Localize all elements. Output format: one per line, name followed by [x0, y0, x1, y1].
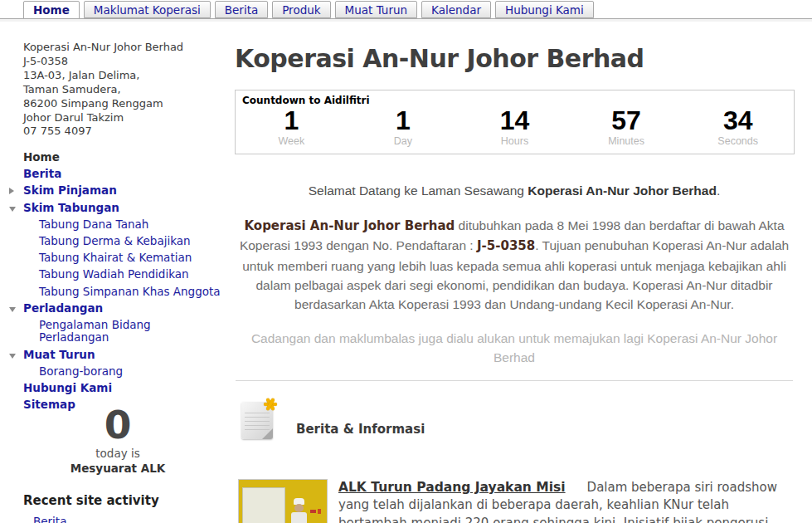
star-icon — [263, 397, 278, 412]
sidebar-item-borang-borang[interactable]: Borang-borang — [23, 365, 222, 379]
countdown-value: 57 — [571, 107, 683, 134]
countdown-value: 34 — [682, 107, 794, 134]
feedback-paragraph: Cadangan dan maklumbalas juga dialu aluk… — [235, 329, 794, 367]
sidebar-item-berita[interactable]: Berita — [23, 168, 222, 181]
sidebar-item-label: Perladangan — [23, 301, 103, 315]
top-nav: Home Maklumat Koperasi Berita Produk Mua… — [0, 0, 812, 22]
chevron-down-icon[interactable] — [9, 207, 16, 212]
page-title: Koperasi An-Nur Johor Berhad — [235, 44, 799, 73]
sidebar-item-tabung-khairat-kematian[interactable]: Tabung Khairat & Kematian — [23, 252, 222, 265]
address-line: Johor Darul Takzim — [23, 111, 183, 125]
about-bold-regno: J-5-0358 — [477, 238, 535, 253]
day-counter: 0 today is Mesyuarat ALK — [23, 404, 212, 475]
address-line: 07 755 4097 — [23, 125, 183, 139]
page: Home Maklumat Koperasi Berita Produk Mua… — [0, 0, 812, 523]
countdown-label: Week — [236, 135, 348, 147]
sidebar-item-tabung-derma-kebajikan[interactable]: Tabung Derma & Kebajikan — [23, 235, 222, 248]
about-paragraph: Koperasi An-Nur Johor Berhad ditubuhkan … — [235, 216, 794, 314]
sidebar-item-skim-tabungan[interactable]: Skim Tabungan — [23, 202, 222, 215]
sidebar-address: Koperasi An-Nur Johor Berhad J-5-0358 13… — [23, 41, 183, 139]
tab-berita[interactable]: Berita — [215, 1, 268, 18]
sidebar-item-tabung-wadiah-pendidikan[interactable]: Tabung Wadiah Pendidikan — [23, 268, 222, 281]
about-bold-name: Koperasi An-Nur Johor Berhad — [244, 218, 455, 233]
countdown-value: 1 — [236, 107, 348, 134]
sidebar-item-label: Skim Pinjaman — [23, 183, 117, 197]
sidebar-item-label: Muat Turun — [23, 348, 95, 361]
counter-value: 0 — [23, 404, 212, 446]
countdown-units: 1 Week 1 Day 14 Hours 57 Minutes 34 Seco… — [236, 107, 794, 147]
section-divider — [236, 380, 793, 381]
news-item: ALK Turun Padang Jayakan MisiDalam beber… — [238, 479, 794, 523]
sidebar-nav: Home Berita Skim Pinjaman Skim Tabungan … — [23, 151, 222, 415]
countdown-seconds: 34 Seconds — [682, 107, 794, 147]
countdown-value: 1 — [348, 107, 459, 134]
tab-hubungi-kami[interactable]: Hubungi Kami — [495, 1, 594, 18]
countdown-gadget: Countdown to Aidilfitri 1 Week 1 Day 14 … — [235, 90, 795, 154]
countdown-label: Hours — [459, 135, 571, 147]
tab-produk[interactable]: Produk — [272, 1, 330, 18]
news-item-title-link[interactable]: ALK Turun Padang Jayakan Misi — [338, 480, 566, 495]
countdown-label: Day — [348, 135, 459, 147]
news-section-title: Berita & Informasi — [296, 422, 425, 437]
chevron-down-icon[interactable] — [9, 354, 16, 359]
sidebar-item-label: Skim Tabungan — [23, 201, 119, 214]
sidebar-item-home[interactable]: Home — [23, 151, 222, 164]
nav-divider-shade — [0, 19, 812, 22]
tab-maklumat-koperasi[interactable]: Maklumat Koperasi — [84, 1, 211, 18]
sidebar-item-hubungi-kami[interactable]: Hubungi Kami — [23, 382, 222, 395]
address-line: J-5-0358 — [23, 55, 183, 69]
countdown-value: 14 — [459, 107, 571, 134]
address-line: 86200 Simpang Renggam — [23, 97, 183, 111]
welcome-line: Selamat Datang ke Laman Sesawang Koperas… — [235, 183, 794, 198]
countdown-hours: 14 Hours — [459, 107, 571, 147]
nav-tabs: Home Maklumat Koperasi Berita Produk Mua… — [23, 1, 594, 19]
chevron-right-icon[interactable] — [9, 188, 14, 194]
welcome-text: Selamat Datang ke Laman Sesawang — [309, 183, 528, 198]
news-thumbnail[interactable] — [238, 479, 328, 523]
countdown-minutes: 57 Minutes — [571, 107, 683, 147]
sidebar-item-skim-pinjaman[interactable]: Skim Pinjaman — [23, 184, 222, 198]
sidebar-item-perladangan[interactable]: Perladangan — [23, 302, 222, 315]
countdown-label: Seconds — [682, 135, 794, 147]
tab-kalendar[interactable]: Kalendar — [421, 1, 491, 18]
tab-muat-turun[interactable]: Muat Turun — [335, 1, 417, 18]
recent-activity-heading: Recent site activity — [23, 493, 159, 508]
welcome-period: . — [717, 183, 720, 198]
sidebar-item-tabung-dana-tanah[interactable]: Tabung Dana Tanah — [23, 218, 222, 232]
sidebar-item-tabung-simpanan-khas[interactable]: Tabung Simpanan Khas Anggota — [23, 286, 222, 299]
sidebar-item-pengalaman-perladangan[interactable]: Pengalaman Bidang Perladangan — [23, 319, 222, 345]
chevron-down-icon[interactable] — [9, 307, 16, 312]
countdown-title: Countdown to Aidilfitri — [242, 95, 794, 106]
countdown-day: 1 Day — [348, 107, 459, 147]
countdown-week: 1 Week — [236, 107, 348, 147]
news-note-icon — [241, 397, 280, 442]
address-line: Taman Samudera, — [23, 83, 183, 97]
news-body: ALK Turun Padang Jayakan MisiDalam beber… — [338, 479, 793, 523]
paper-fold — [262, 428, 273, 439]
welcome-bold: Koperasi An-Nur Johor Berhad — [528, 183, 717, 198]
tab-home[interactable]: Home — [23, 1, 80, 19]
countdown-label: Minutes — [571, 135, 683, 147]
recent-activity-link-berita[interactable]: Berita — [33, 515, 66, 523]
counter-event: Mesyuarat ALK — [23, 462, 212, 475]
address-line: 13A-03, Jalan Delima, — [23, 69, 183, 83]
counter-caption: today is — [23, 447, 212, 460]
sidebar-item-muat-turun[interactable]: Muat Turun — [23, 349, 222, 362]
address-line: Koperasi An-Nur Johor Berhad — [23, 41, 183, 55]
